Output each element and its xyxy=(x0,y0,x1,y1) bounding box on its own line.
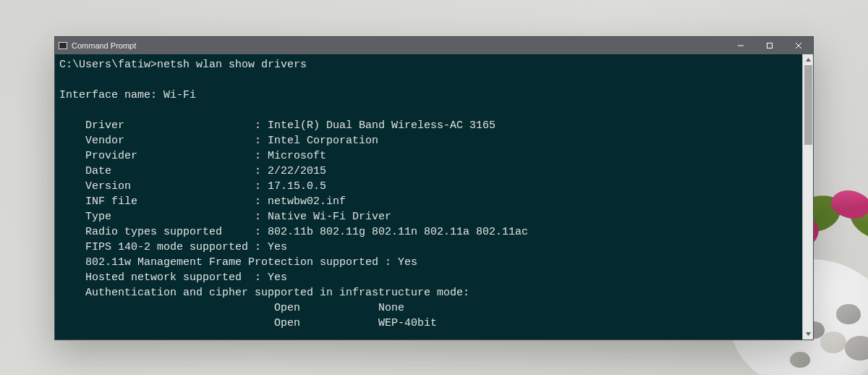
svg-rect-1 xyxy=(767,43,773,49)
cmd-icon xyxy=(59,42,67,49)
date-line: Date : 2/22/2015 xyxy=(59,165,326,177)
scroll-up-button[interactable] xyxy=(803,54,813,65)
window-title: Command Prompt xyxy=(72,41,136,50)
maximize-button[interactable] xyxy=(755,37,784,54)
radio-line: Radio types supported : 802.11b 802.11g … xyxy=(59,226,528,238)
titlebar[interactable]: Command Prompt xyxy=(55,37,813,54)
version-line: Version : 17.15.0.5 xyxy=(59,180,326,193)
minimize-button[interactable] xyxy=(726,37,755,54)
provider-line: Provider : Microsoft xyxy=(59,150,326,162)
vertical-scrollbar[interactable] xyxy=(802,54,813,340)
auth-hdr-line: Authentication and cipher supported in i… xyxy=(59,287,469,299)
scroll-thumb[interactable] xyxy=(804,65,812,145)
scroll-down-button[interactable] xyxy=(803,329,813,340)
mgmt-line: 802.11w Management Frame Protection supp… xyxy=(59,256,417,269)
command-prompt-window: Command Prompt C:\Users\fatiw>netsh wlan… xyxy=(54,36,814,340)
hosted-line: Hosted network supported : Yes xyxy=(59,271,287,284)
prompt: C:\Users\fatiw> xyxy=(59,59,157,71)
terminal-area[interactable]: C:\Users\fatiw>netsh wlan show drivers I… xyxy=(55,54,813,340)
command-text: netsh wlan show drivers xyxy=(157,59,307,71)
fips-line: FIPS 140-2 mode supported : Yes xyxy=(59,241,287,253)
driver-line: Driver : Intel(R) Dual Band Wireless-AC … xyxy=(59,119,495,132)
interface-line: Interface name: Wi-Fi xyxy=(59,89,196,101)
vendor-line: Vendor : Intel Corporation xyxy=(59,135,378,147)
auth2-line: Open WEP-40bit xyxy=(59,317,437,329)
type-line: Type : Native Wi-Fi Driver xyxy=(59,211,391,223)
inf-line: INF file : netwbw02.inf xyxy=(59,195,346,208)
close-button[interactable] xyxy=(784,37,813,54)
auth1-line: Open None xyxy=(59,302,404,314)
